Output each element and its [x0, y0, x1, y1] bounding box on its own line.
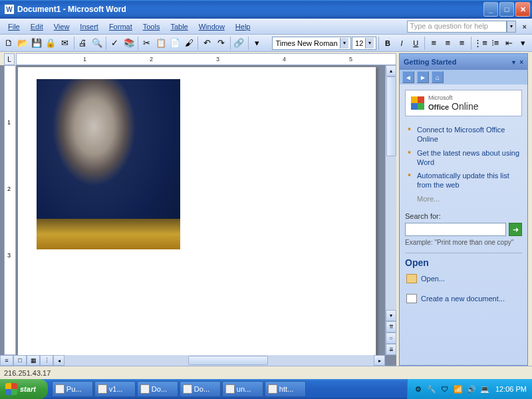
taskbar-app-1[interactable]: Pu...	[52, 381, 93, 397]
taskbar-app-4[interactable]: Do...	[180, 381, 221, 397]
scroll-up-button[interactable]: ▴	[386, 65, 396, 76]
open-document-link[interactable]: Open...	[405, 272, 522, 285]
create-document-link[interactable]: Create a new document...	[405, 292, 522, 305]
vertical-ruler[interactable]: 1 2 3	[4, 65, 16, 355]
office-online-logo: Microsoft Office Office OnlineOnline	[405, 90, 522, 116]
link-more[interactable]: More...	[408, 192, 522, 205]
word-app-icon: W	[4, 4, 15, 15]
bold-button[interactable]: B	[381, 36, 394, 51]
permission-button[interactable]: 🔒	[44, 36, 57, 51]
horizontal-scrollbar[interactable]: ◂ ▸	[53, 355, 385, 366]
prev-page-button[interactable]: ⇈	[386, 321, 396, 332]
tray-icon[interactable]: 🛡	[440, 384, 450, 394]
taskbar-app-5[interactable]: un...	[222, 381, 263, 397]
minimize-button[interactable]: _	[483, 2, 498, 17]
hscroll-thumb[interactable]	[188, 356, 268, 365]
tray-icon[interactable]: 🔊	[466, 384, 477, 394]
start-button[interactable]: start	[0, 379, 48, 399]
print-button[interactable]: 🖨	[76, 36, 90, 51]
italic-button[interactable]: I	[395, 36, 408, 51]
print-preview-button[interactable]: 🔍	[90, 36, 104, 51]
scroll-thumb[interactable]	[386, 76, 396, 156]
horizontal-ruler[interactable]: 1 2 3 4 5	[16, 53, 396, 65]
toolbar-options-button[interactable]: ▾	[250, 36, 263, 51]
menu-file[interactable]: File	[3, 21, 25, 32]
help-search-box[interactable]: Type a question for help	[407, 21, 507, 33]
windows-taskbar: start Pu... v1... Do... Do... un... htt.…	[0, 379, 532, 399]
browse-object-button[interactable]: ○	[386, 332, 396, 344]
undo-button[interactable]: ↶	[200, 36, 213, 51]
search-input[interactable]	[405, 223, 506, 236]
nav-forward-button[interactable]: ►	[417, 71, 429, 83]
tray-icon[interactable]: 📶	[453, 384, 464, 394]
normal-view-button[interactable]: ≡	[0, 355, 13, 366]
taskbar-app-3[interactable]: Do...	[137, 381, 178, 397]
scroll-left-button[interactable]: ◂	[53, 355, 65, 366]
scroll-down-button[interactable]: ▾	[386, 310, 396, 321]
decrease-indent-button[interactable]: ⇤	[503, 36, 516, 51]
underline-button[interactable]: U	[409, 36, 422, 51]
font-size-combo[interactable]: 12▾	[352, 37, 376, 50]
system-clock[interactable]: 12:06 PM	[495, 385, 527, 393]
nav-home-button[interactable]: ⌂	[432, 71, 444, 83]
font-family-combo[interactable]: Times New Roman▾	[272, 37, 351, 50]
align-left-button[interactable]: ≡	[427, 36, 440, 51]
redo-button[interactable]: ↷	[214, 36, 227, 51]
copy-button[interactable]: 📋	[154, 36, 168, 51]
new-doc-button[interactable]: 🗋	[2, 36, 15, 51]
print-layout-button[interactable]: ▦	[27, 355, 40, 366]
menu-insert[interactable]: Insert	[74, 21, 104, 32]
menu-window[interactable]: Window	[194, 21, 230, 32]
tray-icon[interactable]: ⚙	[413, 384, 424, 394]
document-close-button[interactable]: ×	[520, 23, 529, 31]
email-button[interactable]: ✉	[59, 36, 72, 51]
link-connect-office-online[interactable]: Connect to Microsoft Office Online	[408, 123, 522, 146]
next-page-button[interactable]: ⇊	[386, 344, 396, 355]
menu-tools[interactable]: Tools	[138, 21, 166, 32]
save-button[interactable]: 💾	[30, 36, 43, 51]
open-button[interactable]: 📂	[16, 36, 29, 51]
search-section: Search for: ➜ Example: "Print more than …	[405, 212, 522, 246]
folder-icon	[406, 274, 417, 283]
taskbar-app-6[interactable]: htt...	[265, 381, 306, 397]
scroll-right-button[interactable]: ▸	[374, 355, 385, 366]
tray-icon[interactable]: 💻	[479, 384, 490, 394]
align-center-button[interactable]: ≡	[441, 36, 454, 51]
link-auto-update[interactable]: Automatically update this list from the …	[408, 169, 522, 192]
tab-selector[interactable]: L	[4, 53, 15, 65]
paste-button[interactable]: 📄	[168, 36, 182, 51]
spellcheck-button[interactable]: ✓	[108, 36, 122, 51]
outline-view-button[interactable]: ⋮	[40, 355, 53, 366]
menu-format[interactable]: Format	[104, 21, 138, 32]
web-layout-button[interactable]: □	[13, 355, 27, 366]
cut-button[interactable]: ✂	[140, 36, 154, 51]
help-dropdown[interactable]: ▾	[507, 21, 516, 33]
research-button[interactable]: 📚	[122, 36, 136, 51]
tray-icon[interactable]: 🔧	[426, 384, 437, 394]
windows-logo-icon	[5, 383, 17, 395]
format-painter-button[interactable]: 🖌	[182, 36, 196, 51]
menu-edit[interactable]: Edit	[25, 21, 49, 32]
align-right-button[interactable]: ≡	[455, 36, 468, 51]
bullet-list-button[interactable]: ⁝≡	[489, 36, 502, 51]
toolbar-options-button-2[interactable]: ▾	[517, 36, 530, 51]
menu-table[interactable]: Table	[165, 21, 193, 32]
menu-help[interactable]: Help	[230, 21, 256, 32]
insert-hyperlink-button[interactable]: 🔗	[232, 36, 245, 51]
title-bar: W Document1 - Microsoft Word _ □ ✕	[0, 0, 532, 19]
inserted-image[interactable]	[37, 79, 180, 249]
task-pane-close-button[interactable]: ×	[519, 59, 523, 66]
numbered-list-button[interactable]: ⋮≡	[473, 36, 488, 51]
close-button[interactable]: ✕	[515, 2, 530, 17]
vertical-scrollbar[interactable]: ▴ ▾ ⇈ ○ ⇊	[385, 65, 396, 355]
menu-view[interactable]: View	[49, 21, 75, 32]
maximize-button[interactable]: □	[499, 2, 514, 17]
task-pane-nav: ◄ ► ⌂	[400, 70, 527, 84]
open-section: Open Open... Create a new document...	[405, 253, 522, 305]
document-page[interactable]	[17, 66, 376, 366]
taskbar-app-2[interactable]: v1...	[94, 381, 136, 397]
task-pane-dropdown[interactable]: ▾	[512, 59, 515, 66]
nav-back-button[interactable]: ◄	[402, 71, 414, 83]
search-go-button[interactable]: ➜	[509, 223, 522, 236]
link-latest-news[interactable]: Get the latest news about using Word	[408, 146, 522, 170]
